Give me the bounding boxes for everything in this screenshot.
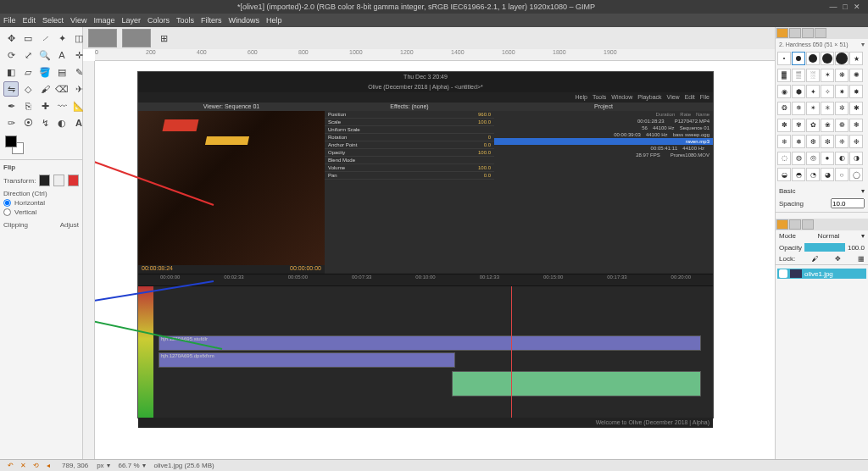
undo-icon[interactable]: ↶ bbox=[5, 461, 15, 471]
toolbox: ✥ ▭ ⟋ ✦ ◫ ⟳ ⤢ 🔍 A ✛ ◧ ▱ 🪣 ▤ ✎ ⇋ ◇ 🖌 ⌫ ✈ … bbox=[0, 27, 83, 459]
transform-selection-icon[interactable] bbox=[53, 175, 64, 186]
image-tab-1[interactable] bbox=[88, 29, 117, 47]
minimize-button[interactable]: — bbox=[827, 3, 839, 11]
olive-menu-file: File bbox=[700, 92, 709, 103]
dock-tab-fonts[interactable] bbox=[802, 28, 814, 38]
fuzzy-select-tool[interactable]: ✦ bbox=[54, 30, 70, 46]
scale-tool[interactable]: ⤢ bbox=[20, 47, 36, 63]
rect-select-tool[interactable]: ▭ bbox=[20, 30, 36, 46]
olive-statusbar: Welcome to Olive (December 2018 | Alpha) bbox=[138, 418, 713, 428]
dodge-tool[interactable]: ◐ bbox=[54, 115, 70, 130]
redo-icon[interactable]: ✕ bbox=[18, 461, 28, 471]
ink-tool[interactable]: ✒ bbox=[3, 98, 19, 114]
dock-tab-history[interactable] bbox=[815, 28, 826, 38]
transform-path-icon[interactable] bbox=[68, 175, 79, 186]
smudge-tool[interactable]: 〰 bbox=[54, 98, 70, 114]
perspective-tool[interactable]: ▱ bbox=[20, 64, 36, 80]
foreground-swatch[interactable] bbox=[5, 136, 17, 147]
reset-icon[interactable]: ◂ bbox=[43, 461, 53, 471]
tool-grid: ✥ ▭ ⟋ ✦ ◫ ⟳ ⤢ 🔍 A ✛ ◧ ▱ 🪣 ▤ ✎ ⇋ ◇ 🖌 ⌫ ✈ … bbox=[0, 27, 82, 134]
menu-image[interactable]: Image bbox=[93, 16, 114, 25]
fg-bg-colors[interactable] bbox=[0, 134, 82, 159]
spacing-label: Spacing bbox=[779, 200, 804, 208]
opacity-slider[interactable] bbox=[804, 243, 845, 252]
cage-tool[interactable]: ◇ bbox=[20, 81, 36, 97]
titlebar: *[olive1] (imported)-2.0 (RGB color 8-bi… bbox=[0, 0, 868, 14]
menu-file[interactable]: File bbox=[3, 16, 16, 25]
zoom-tool[interactable]: 🔍 bbox=[37, 47, 53, 63]
direction-horizontal-label: Horizontal bbox=[14, 199, 45, 207]
menu-view[interactable]: View bbox=[70, 16, 86, 25]
image-tabs: ⊞ bbox=[83, 27, 775, 49]
menu-select[interactable]: Select bbox=[42, 16, 64, 25]
opacity-label: Opacity bbox=[779, 244, 802, 252]
mode-menu-icon[interactable]: ▾ bbox=[861, 232, 865, 240]
menu-filters[interactable]: Filters bbox=[201, 16, 222, 25]
maximize-button[interactable]: □ bbox=[839, 3, 851, 11]
cursor-coords: 789, 306 bbox=[62, 462, 88, 469]
transform-layer-icon[interactable] bbox=[39, 175, 50, 186]
clipping-label: Clipping bbox=[3, 221, 28, 229]
menu-tools[interactable]: Tools bbox=[176, 16, 194, 25]
shear-tool[interactable]: ◧ bbox=[3, 64, 19, 80]
olive-clip-v2: hjh.1270A695.dpxfxfxm bbox=[159, 352, 455, 368]
lock-alpha-icon[interactable]: ▦ bbox=[858, 255, 865, 263]
olive-clip-v1: hjh.1270A695.stufdlr bbox=[159, 335, 701, 351]
dock-tabs bbox=[776, 27, 868, 39]
tool-options-title: Flip bbox=[3, 163, 79, 171]
heal-tool[interactable]: ✚ bbox=[37, 98, 53, 114]
move-tool[interactable]: ✥ bbox=[3, 30, 19, 46]
eraser-tool[interactable]: ⌫ bbox=[54, 81, 70, 97]
basic-menu-icon[interactable]: ▾ bbox=[861, 187, 865, 195]
status-filename: olive1.jpg (25.6 MB) bbox=[154, 462, 214, 469]
lock-label: Lock: bbox=[779, 255, 795, 263]
close-button[interactable]: ✕ bbox=[851, 3, 863, 11]
paintbrush-tool[interactable]: 🖌 bbox=[37, 81, 53, 97]
visibility-icon[interactable] bbox=[779, 269, 787, 278]
direction-horizontal-radio[interactable] bbox=[3, 199, 11, 207]
olive-menu-window: Window bbox=[611, 92, 632, 103]
dock-tab-brushes[interactable] bbox=[776, 28, 788, 38]
clipping-value[interactable]: Adjust bbox=[60, 221, 79, 229]
brush-name: 2. Hardness 050 (51 × 51) bbox=[779, 42, 849, 47]
mode-label: Mode bbox=[779, 232, 796, 240]
image-tab-2[interactable] bbox=[122, 29, 151, 47]
menu-windows[interactable]: Windows bbox=[228, 16, 259, 25]
direction-vertical-radio[interactable] bbox=[3, 208, 11, 216]
tab-close-icon[interactable]: ⊞ bbox=[156, 30, 171, 46]
dock-tab-paths[interactable] bbox=[802, 219, 814, 230]
delete-icon[interactable]: ⟲ bbox=[31, 461, 41, 471]
mode-value[interactable]: Normal bbox=[818, 232, 840, 240]
dock-tab-patterns[interactable] bbox=[789, 28, 801, 38]
gradient-tool[interactable]: ▤ bbox=[54, 64, 70, 80]
layer-list: olive1.jpg bbox=[776, 264, 868, 459]
warp-tool[interactable]: ↯ bbox=[37, 115, 53, 130]
zoom-select[interactable]: 66.7 % bbox=[119, 462, 140, 469]
free-select-tool[interactable]: ⟋ bbox=[37, 30, 53, 46]
spacing-input[interactable] bbox=[831, 198, 865, 208]
clone-tool[interactable]: ⎘ bbox=[20, 98, 36, 114]
text-tool[interactable]: A bbox=[54, 47, 70, 63]
lock-pixels-icon[interactable]: 🖌 bbox=[812, 255, 819, 263]
lock-position-icon[interactable]: ✥ bbox=[835, 255, 841, 263]
layer-row[interactable]: olive1.jpg bbox=[777, 269, 866, 279]
direction-vertical-label: Vertical bbox=[14, 208, 36, 216]
unit-select[interactable]: px bbox=[97, 462, 103, 469]
olive-effects-title: Effects: (none) bbox=[325, 103, 494, 111]
bucket-tool[interactable]: 🪣 bbox=[37, 64, 53, 80]
dock-tab-layers[interactable] bbox=[776, 219, 788, 230]
flip-tool[interactable]: ⇋ bbox=[3, 81, 19, 97]
rotate-tool[interactable]: ⟳ bbox=[3, 47, 19, 63]
color-picker-tool[interactable]: ⦿ bbox=[20, 115, 36, 130]
brush-menu-icon[interactable]: ▾ bbox=[861, 41, 865, 48]
menu-edit[interactable]: Edit bbox=[23, 16, 36, 25]
dock-tab-channels[interactable] bbox=[789, 219, 801, 230]
olive-tc-right: 00:00:00:00 bbox=[290, 265, 321, 274]
canvas[interactable]: Thu Dec 3 20:49 Olive (December 2018 | A… bbox=[95, 61, 775, 459]
menu-layer[interactable]: Layer bbox=[121, 16, 141, 25]
menu-help[interactable]: Help bbox=[266, 16, 282, 25]
embedded-editor: Thu Dec 3 20:49 Olive (December 2018 | A… bbox=[137, 71, 714, 418]
menu-colors[interactable]: Colors bbox=[147, 16, 170, 25]
basic-label: Basic bbox=[779, 187, 796, 195]
path-tool[interactable]: ✑ bbox=[3, 115, 19, 130]
